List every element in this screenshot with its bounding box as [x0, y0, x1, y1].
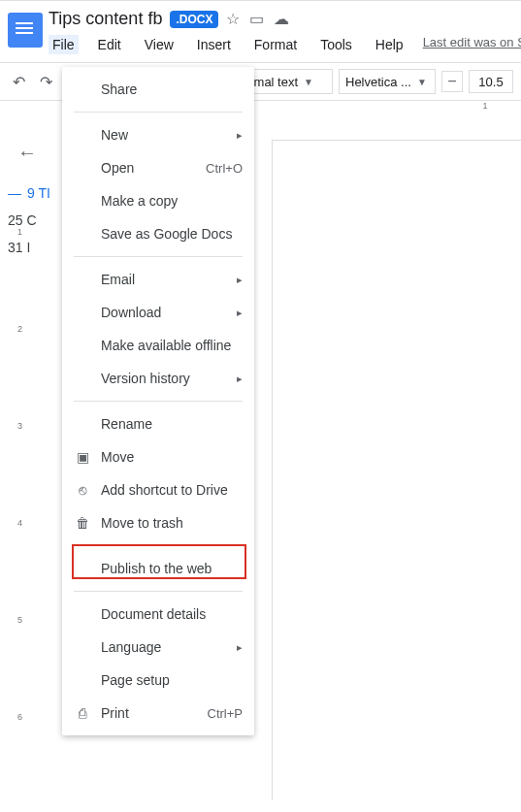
ruler-number: 5: [17, 615, 22, 625]
trash-icon: 🗑: [74, 515, 91, 531]
vertical-ruler: 1 2 3 4 5 6: [16, 135, 35, 800]
docs-icon: [8, 13, 43, 48]
undo-button[interactable]: ↶: [8, 71, 29, 92]
ruler-number: 3: [17, 421, 22, 431]
print-icon: ⎙: [74, 705, 91, 721]
menu-separator: [74, 112, 243, 113]
submenu-arrow-icon: ▸: [237, 274, 243, 286]
menu-publish-web[interactable]: Publish to the web: [62, 552, 254, 585]
menu-available-offline[interactable]: Make available offline: [62, 329, 254, 362]
move-doc-icon[interactable]: ▭: [249, 10, 264, 28]
submenu-arrow-icon: ▸: [237, 307, 243, 319]
menu-document-details[interactable]: Document details: [62, 598, 254, 631]
ruler-number: 2: [17, 324, 22, 334]
submenu-arrow-icon: ▸: [237, 373, 243, 385]
document-page[interactable]: [272, 140, 521, 800]
menu-file[interactable]: File: [49, 35, 79, 54]
menu-save-as-gdocs[interactable]: Save as Google Docs: [62, 217, 254, 250]
menu-download[interactable]: Download▸: [62, 296, 254, 329]
document-outline: 9 TI 25 C 31 I: [0, 179, 70, 261]
top-bar: Tips content fb .DOCX ☆ ▭ ☁ File Edit Vi…: [0, 1, 521, 62]
dropdown-arrow-icon: ▼: [304, 77, 313, 87]
menu-add-shortcut[interactable]: ⎋Add shortcut to Drive: [62, 473, 254, 506]
menu-print[interactable]: ⎙PrintCtrl+P: [62, 697, 254, 730]
star-icon[interactable]: ☆: [226, 10, 240, 28]
menu-separator: [74, 401, 243, 402]
font-label: Helvetica ...: [345, 75, 411, 89]
submenu-arrow-icon: ▸: [237, 641, 243, 654]
menu-page-setup[interactable]: Page setup: [62, 664, 254, 697]
menu-tools[interactable]: Tools: [316, 35, 356, 54]
menu-new[interactable]: New▸: [62, 118, 254, 151]
docs-logo[interactable]: [8, 9, 43, 51]
cloud-status-icon[interactable]: ☁: [274, 10, 289, 28]
menu-version-history[interactable]: Version history▸: [62, 362, 254, 395]
left-column: ← 9 TI 25 C 31 I: [0, 126, 70, 261]
menu-insert[interactable]: Insert: [193, 35, 235, 54]
menu-language[interactable]: Language▸: [62, 631, 254, 664]
title-icons: ☆ ▭ ☁: [226, 10, 289, 28]
shortcut-icon: ⎋: [74, 482, 91, 498]
docx-badge: .DOCX: [170, 11, 218, 28]
ruler-number: 1: [482, 101, 487, 111]
menu-make-copy[interactable]: Make a copy: [62, 184, 254, 217]
outline-collapse-button[interactable]: ←: [0, 126, 70, 179]
menu-separator: [74, 256, 243, 257]
font-selector[interactable]: Helvetica ... ▼: [339, 69, 436, 94]
menu-open[interactable]: OpenCtrl+O: [62, 151, 254, 184]
dropdown-arrow-icon: ▼: [417, 77, 427, 87]
menu-view[interactable]: View: [141, 35, 178, 54]
menu-move[interactable]: ▣Move: [62, 440, 254, 473]
menu-edit[interactable]: Edit: [94, 35, 125, 54]
ruler-number: 6: [17, 712, 22, 722]
title-row: Tips content fb .DOCX ☆ ▭ ☁: [49, 5, 521, 31]
menu-separator: [74, 591, 243, 592]
font-size-value[interactable]: 10.5: [469, 70, 513, 93]
file-menu-dropdown: Share New▸ OpenCtrl+O Make a copy Save a…: [62, 67, 254, 735]
font-size-decrease[interactable]: −: [441, 71, 463, 92]
menubar: File Edit View Insert Format Tools Help …: [49, 31, 521, 62]
menu-rename[interactable]: Rename: [62, 407, 254, 440]
menu-move-trash[interactable]: 🗑Move to trash: [62, 506, 254, 539]
title-area: Tips content fb .DOCX ☆ ▭ ☁ File Edit Vi…: [43, 5, 521, 62]
ruler-number: 4: [17, 518, 22, 528]
menu-format[interactable]: Format: [250, 35, 301, 54]
folder-icon: ▣: [74, 449, 91, 465]
last-edit-link[interactable]: Last edit was on Sept: [423, 35, 521, 54]
menu-share[interactable]: Share: [62, 73, 254, 106]
document-title[interactable]: Tips content fb: [49, 9, 162, 29]
submenu-arrow-icon: ▸: [237, 129, 243, 142]
menu-email[interactable]: Email▸: [62, 263, 254, 296]
redo-button[interactable]: ↷: [35, 71, 56, 92]
menu-help[interactable]: Help: [372, 35, 407, 54]
menu-separator: [74, 545, 243, 546]
ruler-number: 1: [17, 227, 22, 237]
